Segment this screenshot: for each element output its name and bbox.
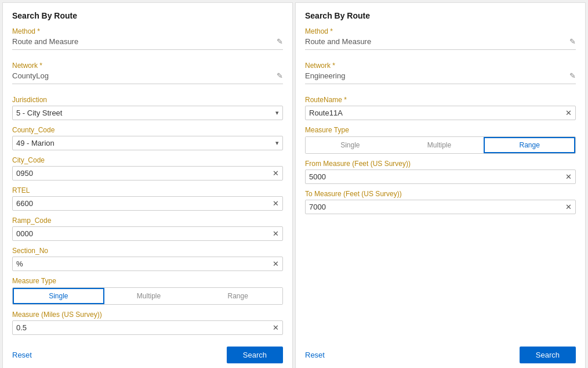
right-method-label: Method * bbox=[305, 27, 576, 35]
right-panel: Search By Route Method * Route and Measu… bbox=[295, 2, 586, 368]
left-measure-type-group: Measure Type Single Multiple Range bbox=[12, 277, 283, 305]
left-county-group: County_Code 49 - Marion ▾ bbox=[12, 126, 283, 150]
left-measure-group: Measure (Miles (US Survey)) ✕ bbox=[12, 311, 283, 335]
left-network-value: CountyLog bbox=[12, 71, 277, 80]
left-rtel-label: RTEL bbox=[12, 186, 283, 194]
left-county-value: 49 - Marion bbox=[16, 139, 275, 147]
left-ramp-input-row: ✕ bbox=[12, 226, 283, 241]
right-method-edit-icon[interactable]: ✎ bbox=[569, 37, 576, 46]
left-footer: Reset Search bbox=[12, 341, 283, 363]
left-rtel-clear-icon[interactable]: ✕ bbox=[273, 199, 279, 208]
right-footer: Reset Search bbox=[305, 341, 576, 363]
right-to-measure-label: To Measure (Feet (US Survey)) bbox=[305, 190, 576, 198]
right-network-value: Engineering bbox=[305, 71, 569, 80]
left-measure-type-label: Measure Type bbox=[12, 277, 283, 285]
right-from-measure-input[interactable] bbox=[309, 172, 563, 181]
right-network-row: Engineering ✎ bbox=[305, 71, 576, 84]
right-to-measure-group: To Measure (Feet (US Survey)) ✕ bbox=[305, 190, 576, 214]
left-measure-clear-icon[interactable]: ✕ bbox=[273, 323, 279, 332]
right-method-group: Method * Route and Measure ✎ bbox=[305, 27, 576, 56]
right-from-measure-group: From Measure (Feet (US Survey)) ✕ bbox=[305, 160, 576, 184]
right-routename-input-row: ✕ bbox=[305, 106, 576, 120]
left-network-label: Network * bbox=[12, 62, 283, 70]
left-panel: Search By Route Method * Route and Measu… bbox=[2, 2, 293, 368]
left-measure-tabs: Single Multiple Range bbox=[12, 287, 283, 305]
left-network-group: Network * CountyLog ✎ bbox=[12, 62, 283, 90]
right-from-measure-label: From Measure (Feet (US Survey)) bbox=[305, 160, 576, 168]
left-reset-button[interactable]: Reset bbox=[12, 351, 32, 359]
right-measure-tabs: Single Multiple Range bbox=[305, 136, 576, 154]
left-network-row: CountyLog ✎ bbox=[12, 71, 283, 84]
left-city-input-row: ✕ bbox=[12, 166, 283, 181]
left-section-clear-icon[interactable]: ✕ bbox=[273, 259, 279, 268]
right-routename-label: RouteName * bbox=[305, 96, 576, 104]
left-panel-title: Search By Route bbox=[12, 11, 283, 20]
left-measure-input[interactable] bbox=[16, 323, 270, 332]
left-method-group: Method * Route and Measure ✎ bbox=[12, 27, 283, 56]
right-routename-clear-icon[interactable]: ✕ bbox=[565, 109, 572, 117]
left-ramp-label: Ramp_Code bbox=[12, 217, 283, 225]
right-to-measure-input-row: ✕ bbox=[305, 200, 576, 214]
left-rtel-input[interactable] bbox=[16, 199, 270, 208]
left-method-edit-icon[interactable]: ✎ bbox=[277, 37, 283, 46]
left-search-button[interactable]: Search bbox=[227, 347, 283, 363]
left-method-label: Method * bbox=[12, 27, 283, 35]
left-county-chevron-icon: ▾ bbox=[275, 139, 279, 147]
left-network-edit-icon[interactable]: ✎ bbox=[277, 71, 283, 80]
right-routename-group: RouteName * ✕ bbox=[305, 96, 576, 120]
left-measure-label: Measure (Miles (US Survey)) bbox=[12, 311, 283, 319]
right-tab-range[interactable]: Range bbox=[484, 137, 575, 153]
left-section-input[interactable] bbox=[16, 259, 270, 268]
right-routename-input[interactable] bbox=[309, 109, 563, 117]
right-search-button[interactable]: Search bbox=[520, 347, 576, 363]
right-from-measure-input-row: ✕ bbox=[305, 169, 576, 184]
left-measure-input-row: ✕ bbox=[12, 320, 283, 335]
left-jurisdiction-value: 5 - City Street bbox=[16, 109, 275, 117]
left-rtel-input-row: ✕ bbox=[12, 196, 283, 211]
left-jurisdiction-label: Jurisdiction bbox=[12, 96, 283, 104]
left-county-select-row[interactable]: 49 - Marion ▾ bbox=[12, 136, 283, 150]
left-ramp-clear-icon[interactable]: ✕ bbox=[273, 229, 279, 238]
left-section-input-row: ✕ bbox=[12, 257, 283, 271]
right-network-label: Network * bbox=[305, 62, 576, 70]
left-city-input[interactable] bbox=[16, 169, 270, 178]
left-section-label: Section_No bbox=[12, 247, 283, 255]
left-jurisdiction-select-row[interactable]: 5 - City Street ▾ bbox=[12, 106, 283, 120]
left-tab-single[interactable]: Single bbox=[13, 288, 104, 304]
left-method-value: Route and Measure bbox=[12, 37, 277, 46]
right-to-measure-input[interactable] bbox=[309, 203, 563, 211]
right-method-row: Route and Measure ✎ bbox=[305, 37, 576, 50]
left-jurisdiction-group: Jurisdiction 5 - City Street ▾ bbox=[12, 96, 283, 120]
left-method-row: Route and Measure ✎ bbox=[12, 37, 283, 50]
left-tab-range[interactable]: Range bbox=[193, 288, 282, 304]
right-reset-button[interactable]: Reset bbox=[305, 351, 325, 359]
right-network-group: Network * Engineering ✎ bbox=[305, 62, 576, 90]
right-to-measure-clear-icon[interactable]: ✕ bbox=[565, 203, 572, 211]
left-ramp-group: Ramp_Code ✕ bbox=[12, 217, 283, 241]
left-city-group: City_Code ✕ bbox=[12, 156, 283, 181]
right-measure-type-group: Measure Type Single Multiple Range bbox=[305, 126, 576, 154]
right-tab-multiple[interactable]: Multiple bbox=[395, 137, 484, 153]
left-rtel-group: RTEL ✕ bbox=[12, 186, 283, 211]
right-measure-type-label: Measure Type bbox=[305, 126, 576, 134]
right-panel-title: Search By Route bbox=[305, 11, 576, 20]
left-tab-multiple[interactable]: Multiple bbox=[104, 288, 194, 304]
right-method-value: Route and Measure bbox=[305, 37, 569, 46]
right-network-edit-icon[interactable]: ✎ bbox=[569, 71, 576, 80]
left-county-label: County_Code bbox=[12, 126, 283, 134]
right-from-measure-clear-icon[interactable]: ✕ bbox=[565, 172, 572, 181]
left-jurisdiction-chevron-icon: ▾ bbox=[275, 109, 279, 117]
left-city-label: City_Code bbox=[12, 156, 283, 164]
left-ramp-input[interactable] bbox=[16, 229, 270, 238]
left-section-group: Section_No ✕ bbox=[12, 247, 283, 271]
left-city-clear-icon[interactable]: ✕ bbox=[273, 169, 279, 178]
right-tab-single[interactable]: Single bbox=[306, 137, 395, 153]
